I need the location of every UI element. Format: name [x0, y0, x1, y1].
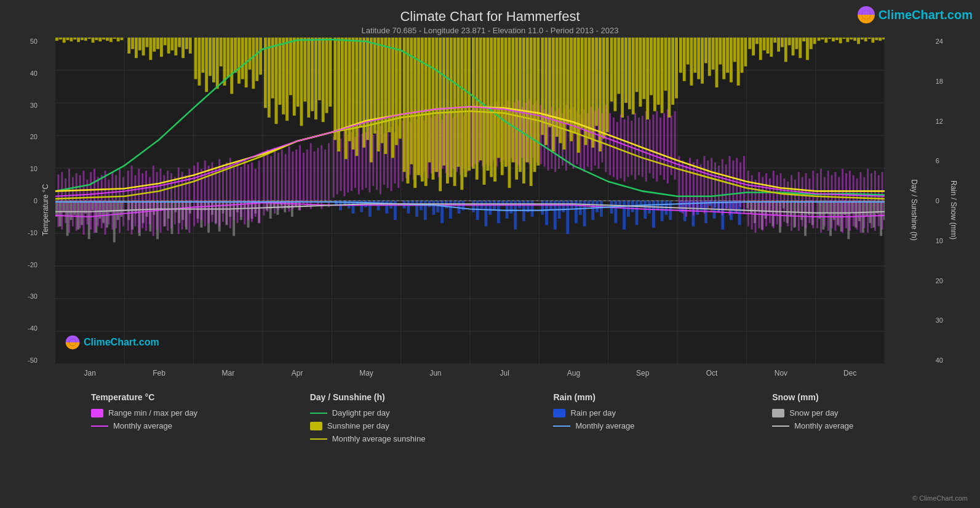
svg-rect-455 — [84, 38, 87, 41]
y-label-n40: -40 — [28, 325, 38, 332]
svg-rect-537 — [388, 38, 391, 132]
x-label-jul: Jul — [470, 364, 539, 382]
rain-avg-line-swatch — [553, 425, 570, 427]
svg-rect-534 — [377, 38, 380, 151]
svg-rect-616 — [675, 38, 678, 99]
svg-rect-652 — [806, 38, 809, 60]
svg-rect-138 — [436, 201, 439, 212]
svg-rect-465 — [120, 38, 123, 40]
y-label-10: 10 — [30, 165, 38, 172]
svg-rect-475 — [160, 38, 163, 57]
svg-rect-529 — [359, 38, 362, 127]
snow-avg-line-swatch — [772, 425, 789, 427]
legend-sunshine-avg-label: Monthly average sunshine — [332, 434, 426, 443]
svg-rect-649 — [795, 38, 798, 49]
temp-avg-line-swatch — [91, 425, 108, 427]
sunshine-label-30: 30 — [936, 316, 943, 324]
legend-temp-title: Temperature °C — [91, 392, 214, 402]
svg-rect-496 — [237, 38, 241, 84]
svg-rect-502 — [259, 38, 262, 75]
svg-rect-517 — [314, 38, 317, 119]
legend-rain-avg-label: Monthly average — [575, 421, 634, 430]
x-label-aug: Aug — [539, 364, 608, 382]
svg-rect-178 — [623, 201, 626, 230]
svg-rect-560 — [472, 38, 475, 169]
svg-rect-493 — [226, 38, 229, 77]
svg-rect-593 — [591, 38, 594, 148]
svg-rect-624 — [704, 38, 707, 63]
svg-rect-508 — [282, 38, 285, 115]
svg-rect-567 — [497, 38, 500, 158]
svg-rect-672 — [878, 38, 882, 41]
y-label-40: 40 — [30, 70, 38, 77]
svg-rect-658 — [828, 38, 831, 39]
svg-rect-454 — [81, 38, 84, 40]
svg-rect-482 — [185, 38, 188, 49]
svg-rect-654 — [813, 38, 816, 44]
x-label-jan: Jan — [55, 364, 124, 382]
svg-rect-664 — [850, 38, 853, 39]
svg-rect-471 — [146, 38, 149, 47]
logo-text-bottom: ClimeChart.com — [84, 337, 159, 348]
sunshine-label-0: 0 — [936, 197, 939, 204]
y-label-30: 30 — [30, 102, 38, 109]
legend-sunshine-title: Day / Sunshine (h) — [310, 392, 458, 402]
svg-rect-464 — [117, 38, 120, 41]
svg-rect-515 — [307, 38, 310, 118]
svg-rect-538 — [391, 38, 394, 158]
svg-rect-598 — [610, 38, 613, 102]
sunshine-label-12: 12 — [936, 118, 943, 125]
x-label-apr: Apr — [263, 364, 332, 382]
svg-rect-145 — [472, 201, 475, 212]
y-label-n50: -50 — [28, 357, 38, 364]
main-container: Climate Chart for Hammerfest Latitude 70… — [0, 0, 980, 508]
svg-rect-30 — [73, 201, 76, 215]
svg-rect-29 — [70, 201, 72, 220]
svg-rect-660 — [835, 38, 839, 40]
svg-rect-449 — [63, 38, 66, 42]
svg-rect-550 — [435, 38, 438, 172]
svg-rect-459 — [98, 38, 102, 41]
svg-rect-527 — [352, 38, 355, 150]
legend-temp-range-label: Range min / max per day — [108, 408, 197, 417]
x-label-sep: Sep — [608, 364, 677, 382]
legend-daylight: Daylight per day — [310, 408, 458, 417]
svg-rect-582 — [552, 38, 555, 151]
svg-rect-662 — [843, 38, 846, 39]
sunshine-label-10: 10 — [936, 237, 943, 244]
svg-rect-149 — [488, 201, 492, 215]
y-label-20: 20 — [30, 133, 38, 140]
svg-rect-476 — [164, 38, 167, 45]
title-area: Climate Chart for Hammerfest Latitude 70… — [0, 0, 980, 38]
svg-rect-507 — [278, 38, 281, 105]
svg-rect-460 — [102, 38, 105, 39]
svg-rect-518 — [318, 38, 321, 100]
svg-rect-453 — [77, 38, 80, 42]
svg-rect-39 — [106, 201, 108, 228]
svg-rect-458 — [95, 38, 98, 40]
svg-rect-556 — [457, 38, 460, 167]
svg-rect-497 — [241, 38, 244, 79]
svg-rect-489 — [212, 38, 215, 83]
svg-rect-186 — [656, 201, 659, 211]
svg-rect-579 — [541, 38, 544, 135]
svg-rect-466 — [127, 38, 130, 54]
svg-rect-523 — [337, 38, 340, 151]
svg-rect-528 — [355, 38, 358, 156]
svg-rect-569 — [504, 38, 508, 167]
rain-swatch — [553, 409, 565, 417]
y-label-50: 50 — [30, 38, 38, 45]
legend-rain-title: Rain (mm) — [553, 392, 676, 402]
legend-daylight-label: Daylight per day — [332, 408, 390, 417]
svg-rect-635 — [744, 38, 747, 67]
svg-rect-641 — [767, 38, 770, 54]
svg-rect-617 — [679, 38, 682, 73]
svg-rect-592 — [588, 38, 591, 139]
svg-rect-133 — [415, 201, 418, 217]
svg-rect-461 — [106, 38, 109, 41]
logo-text-top: ClimeChart.com — [878, 8, 973, 22]
svg-rect-131 — [407, 201, 410, 214]
legend-area: Temperature °C Range min / max per day M… — [0, 385, 980, 443]
svg-rect-451 — [70, 38, 73, 41]
svg-rect-495 — [234, 38, 237, 73]
